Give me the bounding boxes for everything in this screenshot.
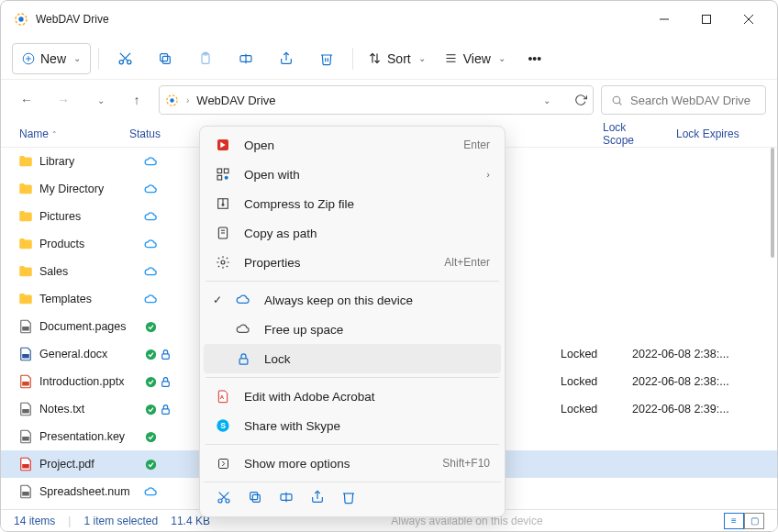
search-input[interactable]: Search WebDAV Drive (601, 85, 766, 115)
ctx-alwayskeep[interactable]: ✓ Always keep on this device (204, 285, 501, 315)
breadcrumb-root[interactable]: WebDAV Drive (196, 94, 275, 107)
rename-button[interactable] (228, 43, 264, 74)
file-name: General.docx (39, 348, 139, 360)
scrollbar-thumb[interactable] (771, 148, 774, 258)
ctx-cut-button[interactable] (217, 490, 231, 507)
sort-icon (368, 51, 382, 65)
cloud-device-icon (235, 292, 251, 308)
copy-button[interactable] (147, 43, 183, 74)
ctx-share-button[interactable] (310, 490, 325, 507)
svg-rect-62 (218, 459, 228, 468)
ctx-lock[interactable]: Lock (204, 344, 501, 373)
rename-icon (239, 51, 253, 66)
minimize-button[interactable] (643, 5, 685, 34)
ctx-rename-button[interactable] (279, 490, 294, 507)
svg-point-57 (221, 260, 225, 264)
up-button[interactable]: ↑ (122, 85, 151, 115)
svg-rect-46 (22, 492, 29, 496)
svg-rect-39 (22, 409, 29, 414)
context-menu: Open Enter Open with › Compress to Zip f… (199, 126, 506, 517)
sort-button[interactable]: Sort ⌄ (361, 43, 433, 74)
separator (352, 48, 353, 70)
copy-icon (158, 51, 172, 66)
file-status (139, 210, 194, 224)
cloud-icon (235, 321, 251, 338)
file-status (139, 430, 194, 444)
separator (98, 48, 99, 70)
paste-icon (198, 51, 213, 66)
ctx-skype[interactable]: S Share with Skype (204, 411, 501, 440)
svg-rect-58 (239, 358, 248, 363)
navbar: ← → ⌄ ↑ › WebDAV Drive ⌄ Search WebDAV D… (1, 80, 777, 120)
ctx-copy-button[interactable] (248, 490, 262, 507)
item-count: 14 items (14, 515, 55, 527)
app-icon (14, 12, 28, 27)
back-button[interactable]: ← (12, 85, 41, 115)
svg-point-1 (18, 17, 23, 21)
ctx-properties[interactable]: Properties Alt+Enter (204, 248, 501, 277)
file-lockscope: Locked (561, 403, 632, 416)
svg-rect-48 (217, 169, 222, 173)
file-status (139, 238, 194, 251)
column-name[interactable]: Name˄ (1, 127, 120, 140)
svg-rect-33 (22, 354, 29, 359)
ctx-open[interactable]: Open Enter (204, 130, 501, 160)
breadcrumb[interactable]: › WebDAV Drive ⌄ (159, 85, 594, 115)
file-lockscope: Locked (561, 348, 632, 360)
share-icon (279, 51, 294, 66)
grid-view-button[interactable]: ▢ (744, 513, 764, 529)
maximize-button[interactable] (685, 5, 728, 34)
copypath-icon (215, 225, 231, 241)
svg-point-40 (146, 404, 156, 414)
ctx-delete-button[interactable] (341, 490, 356, 507)
svg-rect-13 (162, 56, 170, 63)
acrobat-icon: A (215, 388, 231, 405)
zip-icon (215, 195, 231, 212)
ctx-copypath[interactable]: Copy as path (204, 218, 501, 248)
file-name: Templates (39, 293, 139, 305)
scrollbar[interactable] (768, 148, 777, 504)
trash-icon (319, 51, 334, 66)
refresh-icon[interactable] (574, 94, 587, 106)
svg-text:S: S (220, 421, 226, 430)
new-button[interactable]: New ⌄ (12, 43, 91, 74)
ctx-compress[interactable]: Compress to Zip file (204, 189, 501, 218)
toolbar: New ⌄ Sort ⌄ View ⌄ ••• (1, 38, 777, 80)
recent-button[interactable]: ⌄ (85, 85, 115, 115)
svg-rect-36 (22, 382, 29, 386)
ctx-openwith[interactable]: Open with › (204, 160, 501, 189)
file-status (139, 458, 194, 471)
chevron-right-icon: › (186, 95, 189, 105)
view-button[interactable]: View ⌄ (437, 43, 513, 74)
column-status[interactable]: Status (120, 127, 194, 140)
details-view-button[interactable]: ≡ (724, 513, 744, 529)
paste-button[interactable] (187, 43, 224, 74)
file-name: Introduction.pptx (39, 375, 139, 388)
close-button[interactable] (728, 5, 770, 34)
chevron-down-icon[interactable]: ⌄ (543, 95, 550, 105)
separator (206, 377, 499, 378)
ctx-showmore[interactable]: Show more options Shift+F10 (204, 449, 501, 478)
svg-rect-35 (162, 353, 170, 358)
forward-button[interactable]: → (49, 85, 78, 115)
column-lockscope[interactable]: Lock Scope (594, 121, 667, 147)
search-placeholder: Search WebDAV Drive (630, 94, 750, 107)
file-name: Project.pdf (39, 458, 139, 471)
svg-rect-42 (22, 437, 29, 441)
file-name: Document.pages (39, 320, 139, 333)
svg-text:A: A (220, 394, 225, 400)
file-name: Spreadsheet.num (39, 485, 139, 498)
delete-button[interactable] (308, 43, 345, 74)
svg-point-53 (222, 204, 224, 205)
ctx-freeup[interactable]: Free up space (204, 315, 501, 344)
more-button[interactable]: ••• (517, 43, 553, 74)
ctx-acrobat[interactable]: A Edit with Adobe Acrobat (204, 382, 501, 411)
file-name: Library (39, 155, 139, 168)
svg-point-37 (146, 376, 156, 386)
file-status (139, 183, 194, 196)
column-lockexpires[interactable]: Lock Expires (667, 127, 777, 140)
file-name: Pictures (39, 210, 139, 223)
file-status (139, 375, 194, 389)
cut-button[interactable] (106, 43, 143, 74)
share-button[interactable] (268, 43, 305, 74)
